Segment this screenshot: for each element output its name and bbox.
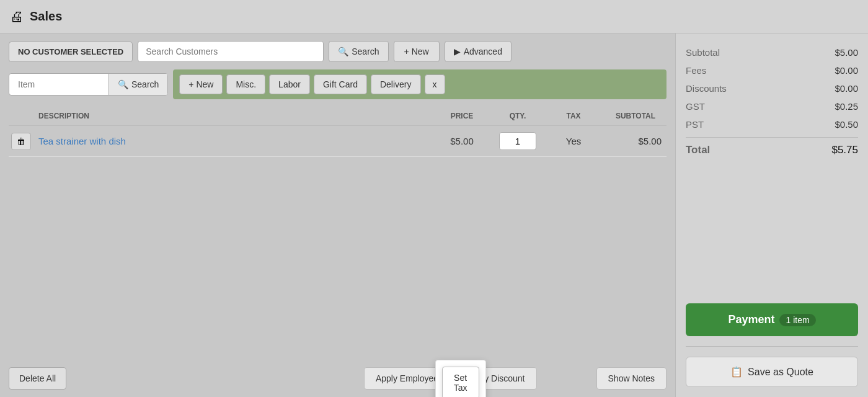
quote-icon: 📋	[730, 366, 743, 378]
discounts-label: Discounts	[686, 83, 727, 94]
fees-label: Fees	[686, 65, 706, 76]
gift-card-button[interactable]: Gift Card	[314, 74, 367, 94]
item-bar: 🔍 Search + New Misc. Labor Gift Card Del…	[0, 69, 675, 107]
item-input-group: 🔍 Search	[9, 73, 168, 96]
show-notes-button[interactable]: Show Notes	[596, 367, 666, 390]
divider	[686, 346, 858, 347]
search-customers-button[interactable]: 🔍 Search	[329, 41, 388, 62]
subtotal-label: Subtotal	[686, 47, 720, 58]
table-row: 🗑 Tea strainer with dish $5.00 Yes $5.00	[9, 126, 666, 157]
cash-register-icon: 🖨	[10, 9, 24, 25]
page-title: Sales	[30, 9, 62, 24]
payment-label: Payment	[728, 313, 774, 326]
total-row: Total $5.75	[686, 137, 858, 160]
new-customer-button[interactable]: + New	[394, 41, 440, 62]
row-tax-cell: Yes	[542, 136, 604, 146]
header: 🖨 Sales	[0, 0, 868, 33]
fees-value: $0.00	[835, 65, 858, 76]
total-value: $5.75	[831, 144, 858, 156]
item-input[interactable]	[9, 74, 108, 95]
set-tax-button[interactable]: Set Tax	[442, 367, 479, 397]
col-subtotal: SUBTOTAL	[604, 112, 666, 120]
discounts-row: Discounts $0.00	[686, 79, 858, 97]
advanced-button[interactable]: ▶ Advanced	[445, 41, 512, 62]
table-header: DESCRIPTION PRICE QTY. TAX SUBTOTAL	[9, 107, 666, 126]
col-tax: TAX	[542, 112, 604, 120]
search-customers-input[interactable]	[138, 41, 324, 62]
total-label: Total	[686, 144, 710, 156]
gst-row: GST $0.25	[686, 97, 858, 115]
delete-all-button[interactable]: Delete All	[9, 367, 66, 390]
save-quote-button[interactable]: 📋 Save as Quote	[686, 357, 858, 387]
chevron-right-icon: ▶	[454, 47, 461, 56]
customer-bar: NO CUSTOMER SELECTED 🔍 Search + New ▶ Ad…	[0, 33, 675, 69]
item-name-link[interactable]: Tea strainer with dish	[33, 136, 126, 146]
fees-row: Fees $0.00	[686, 61, 858, 79]
bottom-action-bar: Delete All Apply Employee Apply Discount…	[0, 360, 675, 397]
payment-item-count: 1 item	[779, 314, 815, 326]
subtotal-row: Subtotal $5.00	[686, 43, 858, 61]
search-icon: 🔍	[118, 79, 128, 89]
col-delete	[9, 112, 33, 120]
col-qty: QTY.	[493, 112, 542, 120]
discounts-value: $0.00	[835, 83, 858, 94]
payment-button[interactable]: Payment 1 item	[686, 303, 858, 336]
set-tax-popup: Set Tax	[435, 360, 486, 397]
no-customer-button[interactable]: NO CUSTOMER SELECTED	[9, 42, 133, 62]
save-quote-label: Save as Quote	[748, 367, 813, 378]
pst-row: PST $0.50	[686, 115, 858, 133]
pst-label: PST	[686, 119, 704, 130]
gst-value: $0.25	[835, 101, 858, 112]
item-actions: + New Misc. Labor Gift Card Delivery x	[173, 69, 666, 99]
delete-row-button[interactable]: 🗑	[11, 133, 31, 150]
delivery-button[interactable]: Delivery	[371, 74, 421, 94]
row-price-cell: $5.00	[431, 136, 493, 146]
misc-button[interactable]: Misc.	[226, 74, 265, 94]
row-delete-cell: 🗑	[9, 133, 33, 150]
order-table: DESCRIPTION PRICE QTY. TAX SUBTOTAL 🗑 Te…	[0, 107, 675, 360]
main-layout: NO CUSTOMER SELECTED 🔍 Search + New ▶ Ad…	[0, 33, 868, 397]
qty-input[interactable]	[499, 132, 536, 150]
col-price: PRICE	[431, 112, 493, 120]
row-subtotal-cell: $5.00	[604, 136, 666, 146]
subtotal-value: $5.00	[835, 47, 858, 58]
right-panel: Subtotal $5.00 Fees $0.00 Discounts $0.0…	[676, 33, 868, 397]
clear-button[interactable]: x	[425, 74, 445, 94]
new-item-button[interactable]: + New	[179, 74, 223, 94]
pst-value: $0.50	[835, 119, 858, 130]
col-description: DESCRIPTION	[33, 112, 431, 120]
left-panel: NO CUSTOMER SELECTED 🔍 Search + New ▶ Ad…	[0, 33, 676, 397]
row-qty-cell	[493, 132, 542, 150]
labor-button[interactable]: Labor	[269, 74, 310, 94]
item-search-button[interactable]: 🔍 Search	[108, 74, 167, 95]
gst-label: GST	[686, 101, 705, 112]
summary-section: Subtotal $5.00 Fees $0.00 Discounts $0.0…	[686, 43, 858, 293]
row-description-cell: Tea strainer with dish	[33, 136, 431, 147]
search-icon: 🔍	[338, 47, 348, 56]
